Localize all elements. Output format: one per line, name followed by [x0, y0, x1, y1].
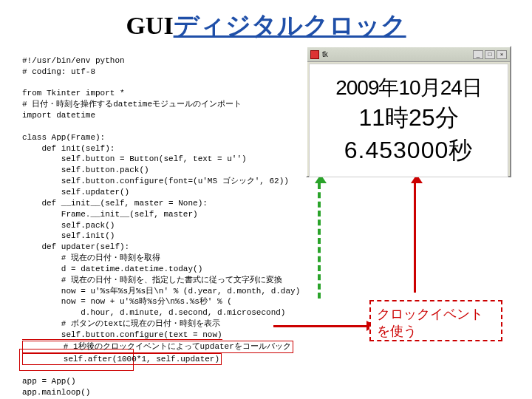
code-line: self.updater() — [22, 188, 129, 197]
slide-title: GUIディジタルクロック — [0, 0, 532, 43]
title-jp: ディジタルクロック — [174, 12, 406, 39]
title-prefix: GUI — [126, 12, 173, 39]
window-titlebar: tk _ □ × — [307, 47, 510, 62]
code-line: app = App() — [22, 377, 76, 386]
tkinter-window: tk _ □ × 2009年10月24日 11時25分 6.453000秒 — [306, 46, 511, 177]
clock-date: 2009年10月24日 — [335, 74, 482, 102]
window-buttons: _ □ × — [473, 50, 507, 59]
callout-line: クロックイベント — [377, 306, 495, 323]
code-line: def init(self): — [22, 144, 115, 153]
code-line: # 日付・時刻を操作するdatetimeモジュールのインポート — [22, 100, 242, 109]
code-line: # 現在の日付・時刻を、指定した書式に従って文字列に変換 — [22, 276, 282, 284]
minimize-icon[interactable]: _ — [473, 50, 483, 59]
code-line: def updater(self): — [22, 242, 129, 251]
code-line-boxed: self.after(1000*1, self.updater) — [22, 353, 222, 366]
code-line: app.mainloop() — [22, 388, 90, 397]
clock-seconds: 6.453000秒 — [344, 134, 473, 167]
code-line-highlight: self.button.configure(text = now) — [22, 330, 222, 340]
arrow-red-up — [414, 183, 416, 293]
clock-time: 11時25分 — [358, 102, 458, 134]
maximize-icon[interactable]: □ — [485, 50, 495, 59]
tk-app-icon — [310, 50, 319, 59]
code-line: # ボタンのtextに現在の日付・時刻を表示 — [22, 319, 220, 328]
code-line: self.button.configure(font=(u'MS ゴシック', … — [22, 177, 289, 185]
code-line: #!/usr/bin/env python — [22, 56, 125, 65]
close-icon[interactable]: × — [497, 50, 507, 59]
code-listing: #!/usr/bin/env python # coding: utf-8 fr… — [22, 44, 300, 398]
code-line: # 現在の日付・時刻を取得 — [22, 253, 160, 262]
code-line: Frame.__init__(self, master) — [22, 210, 198, 219]
code-line-boxed: # 1秒後のクロックイベントによってupdaterをコールバック — [22, 341, 293, 353]
code-line: self.init() — [22, 231, 115, 240]
code-line: class App(Frame): — [22, 133, 105, 142]
code-line: self.pack() — [22, 221, 115, 230]
code-line: # coding: utf-8 — [22, 67, 95, 76]
arrow-green-up — [318, 183, 321, 299]
clock-display: 2009年10月24日 11時25分 6.453000秒 — [309, 64, 508, 177]
code-line: d = datetime.datetime.today() — [22, 265, 202, 273]
window-title: tk — [322, 50, 328, 58]
callout-box: クロックイベント を使う — [369, 300, 502, 341]
code-line: now = u'%s年%s月%s日\n' % (d.year, d.month,… — [22, 287, 300, 296]
code-line: self.button = Button(self, text = u'') — [22, 154, 247, 163]
code-line: import datetime — [22, 111, 95, 120]
code-line: def __init__(self, master = None): — [22, 199, 208, 208]
code-line: d.hour, d.minute, d.second, d.microsecon… — [22, 308, 285, 317]
code-line: now = now + u'%s時%s分\n%s.%s秒' % ( — [22, 297, 232, 306]
code-line: self.button.pack() — [22, 166, 149, 174]
callout-line: を使う — [377, 323, 495, 340]
code-line: from Tkinter import * — [22, 89, 125, 98]
